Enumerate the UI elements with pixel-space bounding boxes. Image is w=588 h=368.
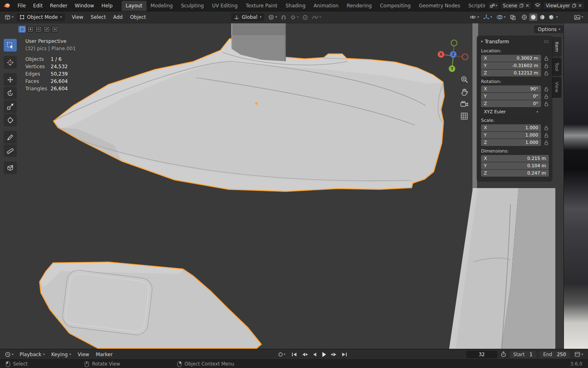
navigation-gizmo[interactable]: X Z Y <box>433 38 474 79</box>
select-mode-set-button[interactable] <box>18 26 26 33</box>
workspace-tab-modeling[interactable]: Modeling <box>147 1 177 11</box>
viewlayer-browse-button[interactable] <box>534 2 541 9</box>
visibility-button[interactable]: ▾ <box>468 13 481 21</box>
workspace-tab-scripting[interactable]: Scripting <box>464 1 485 11</box>
copy-icon[interactable] <box>519 3 523 8</box>
panel-grip-icon[interactable] <box>544 40 549 43</box>
snap-magnet-icon[interactable] <box>279 13 288 21</box>
gizmo-x-neg-axis[interactable] <box>462 54 468 60</box>
menu-file[interactable]: File <box>14 1 29 10</box>
location-x-field[interactable]: X0.3002 m <box>481 55 541 62</box>
current-frame-field[interactable]: 32 <box>466 351 497 358</box>
dimensions-y-field[interactable]: Y0.104 m <box>481 162 549 169</box>
editor-type-button[interactable]: ▾ <box>3 13 15 21</box>
close-icon[interactable] <box>578 4 582 7</box>
dimensions-z-field[interactable]: Z0.247 m <box>481 170 549 177</box>
lock-icon[interactable] <box>543 94 549 99</box>
menu-timeline-view[interactable]: View <box>75 350 92 359</box>
shading-material-icon[interactable] <box>538 13 546 21</box>
sidebar-tab-view[interactable]: View <box>552 77 561 97</box>
menu-select[interactable]: Select <box>88 13 109 22</box>
gizmo-y-neg-axis[interactable] <box>451 40 457 46</box>
options-button[interactable]: Options ▾ <box>534 25 564 33</box>
select-mode-extend-button[interactable] <box>27 26 34 33</box>
lock-icon[interactable] <box>543 140 549 145</box>
shading-options-chevron-icon[interactable]: ▾ <box>556 16 558 19</box>
mode-selector[interactable]: Object Mode ▾ <box>17 13 65 21</box>
rotation-z-field[interactable]: Z0° <box>481 100 541 107</box>
sidebar-tab-item[interactable]: Item <box>552 37 561 57</box>
select-mode-subtract-button[interactable] <box>35 26 42 33</box>
preview-range-clock-icon[interactable] <box>501 351 506 357</box>
shading-rendered-icon[interactable] <box>547 13 555 21</box>
camera-view-icon[interactable] <box>460 101 468 108</box>
lock-icon[interactable] <box>543 56 549 61</box>
orientation-selector[interactable]: Global ▾ <box>231 13 264 21</box>
collapse-chevron-icon[interactable]: ▾ <box>481 40 483 43</box>
scale-x-field[interactable]: X1.000 <box>481 124 541 131</box>
menu-playback[interactable]: Playback▾ <box>17 350 48 359</box>
play-button[interactable] <box>321 352 327 357</box>
scale-y-field[interactable]: Y1.000 <box>481 132 541 139</box>
scene-browse-button[interactable]: ▾ <box>488 2 499 9</box>
tool-rotate-button[interactable] <box>4 87 17 99</box>
start-frame-field[interactable]: Start1 <box>510 351 536 358</box>
lock-icon[interactable] <box>543 87 549 92</box>
location-y-field[interactable]: Y-0.31602 m <box>481 62 541 69</box>
menu-render[interactable]: Render <box>47 1 71 10</box>
tool-transform-button[interactable] <box>4 114 17 126</box>
tool-cursor-button[interactable] <box>4 56 17 69</box>
select-mode-intersect-button[interactable] <box>51 26 58 33</box>
workspace-tab-shading[interactable]: Shading <box>281 1 310 11</box>
workspace-tab-texture-paint[interactable]: Texture Paint <box>242 1 281 11</box>
location-z-field[interactable]: Z0.12212 m <box>481 70 541 76</box>
transform-panel-header[interactable]: ▾ Transform <box>481 38 549 46</box>
menu-keying[interactable]: Keying▾ <box>49 350 74 359</box>
rotation-mode-dropdown[interactable]: XYZ Euler▾ <box>481 108 541 115</box>
menu-view[interactable]: View <box>69 13 86 22</box>
tool-add-cube-button[interactable] <box>4 162 17 174</box>
lock-icon[interactable] <box>543 71 549 76</box>
menu-edit[interactable]: Edit <box>30 1 46 10</box>
auto-keying-record-button[interactable]: ▾ <box>276 351 287 358</box>
tool-scale-button[interactable] <box>4 100 17 113</box>
rotation-y-field[interactable]: Y0° <box>481 93 541 100</box>
xray-toggle-icon[interactable] <box>508 13 517 21</box>
zoom-icon[interactable] <box>461 76 468 83</box>
workspace-tab-animation[interactable]: Animation <box>310 1 343 11</box>
tool-measure-button[interactable] <box>4 144 17 157</box>
proportional-editing-icon[interactable] <box>301 13 310 21</box>
timeline-corner-editor-button[interactable]: ▾ <box>573 350 585 358</box>
workspace-tab-geometry-nodes[interactable]: Geometry Nodes <box>415 1 464 11</box>
image-editor-type-button[interactable]: ▾ <box>574 15 583 20</box>
lock-icon[interactable] <box>543 126 549 130</box>
select-mode-invert-button[interactable] <box>43 26 50 33</box>
play-reverse-button[interactable] <box>312 352 317 357</box>
shading-solid-icon[interactable] <box>529 13 537 21</box>
end-frame-field[interactable]: End250 <box>539 351 570 358</box>
pan-hand-icon[interactable] <box>461 88 468 96</box>
reference-image-strip[interactable] <box>564 23 588 349</box>
workspace-tab-uv-editing[interactable]: UV Editing <box>208 1 242 11</box>
workspace-tab-compositing[interactable]: Compositing <box>376 1 414 11</box>
scale-z-field[interactable]: Z1.000 <box>481 139 541 146</box>
lock-icon[interactable] <box>543 133 549 138</box>
workspace-tab-rendering[interactable]: Rendering <box>343 1 376 11</box>
prev-keyframe-button[interactable] <box>301 352 308 357</box>
next-keyframe-button[interactable] <box>331 352 337 357</box>
pivot-point-button[interactable]: ▾ <box>267 13 278 21</box>
timeline-editor-type-button[interactable]: ▾ <box>3 350 15 359</box>
3d-viewport[interactable]: Options ▾ <box>0 23 588 349</box>
menu-add[interactable]: Add <box>110 13 125 22</box>
viewlayer-selector[interactable]: ViewLayer <box>543 2 585 9</box>
lock-icon[interactable] <box>543 63 549 68</box>
blender-logo-icon[interactable] <box>3 3 10 8</box>
proportional-falloff-button[interactable]: ▾ <box>310 13 323 21</box>
jump-to-end-button[interactable] <box>341 352 347 357</box>
gizmos-button[interactable]: ▾ <box>482 13 494 21</box>
menu-object[interactable]: Object <box>127 13 149 22</box>
dimensions-x-field[interactable]: X0.215 m <box>481 155 549 162</box>
copy-icon[interactable] <box>572 3 576 8</box>
snap-target-button[interactable]: ▾ <box>289 13 300 21</box>
close-icon[interactable] <box>526 4 529 7</box>
